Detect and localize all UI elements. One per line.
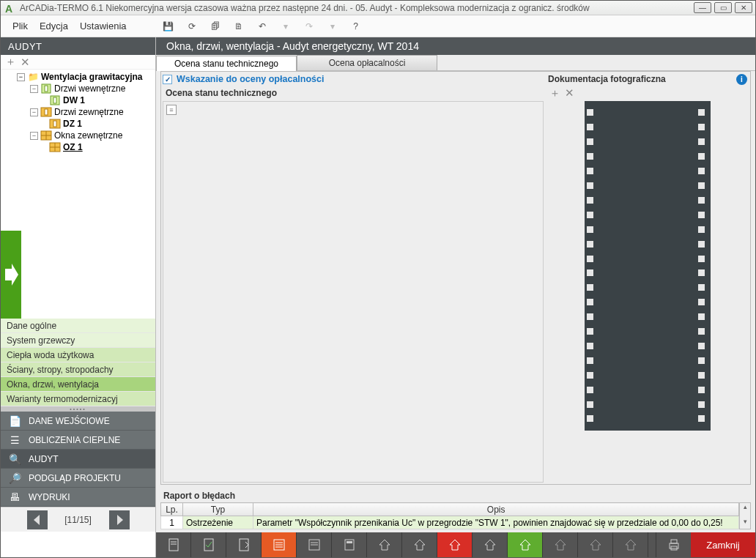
svg-rect-21 [240, 539, 248, 551]
save-icon[interactable]: 💾 [162, 21, 175, 31]
tree-collapse-icon[interactable]: − [17, 73, 25, 81]
preview-icon: 🔎 [8, 472, 21, 484]
copy-icon[interactable]: 🗐 [209, 21, 222, 31]
add-photo-icon[interactable]: ＋ [549, 86, 560, 100]
bb-doc1-icon[interactable] [156, 532, 191, 557]
splitter-handle[interactable]: ••••• [1, 406, 155, 412]
bb-print-icon[interactable] [656, 532, 691, 557]
next-page-button[interactable] [109, 510, 130, 529]
tree-group[interactable]: Drzwi wewnętrzne [54, 83, 125, 94]
tree-leaf[interactable]: DZ 1 [63, 119, 82, 129]
undo-menu-icon[interactable]: ▾ [279, 21, 292, 31]
tree-collapse-icon[interactable]: − [30, 108, 38, 116]
nav-input-data[interactable]: 📄DANE WEJŚCIOWE [1, 412, 155, 431]
bb-home6-icon[interactable] [613, 532, 648, 557]
folder-icon: 📁 [27, 72, 39, 82]
section-general[interactable]: Dane ogólne [1, 319, 155, 333]
content-tabs: Ocena stanu technicznego Ocena opłacalno… [156, 55, 755, 71]
col-desc[interactable]: Opis [253, 503, 739, 516]
bottom-toolbar: Zamknij [156, 532, 755, 557]
bb-home3-icon[interactable] [472, 532, 508, 557]
bb-doc2-icon[interactable] [191, 532, 226, 557]
error-report: Raport o błędach Lp. Typ Opis 1 Ostrzeże… [160, 489, 751, 529]
help-icon[interactable]: ? [349, 21, 363, 31]
nav-preview[interactable]: 🔎PODGLĄD PROJEKTU [1, 469, 155, 488]
prev-page-button[interactable] [27, 510, 48, 529]
technical-section-title: Ocena stanu technicznego [161, 86, 545, 100]
table-row[interactable]: 1 Ostrzeżenie Parametr "Współczynnik prz… [161, 516, 739, 529]
bb-home1-icon[interactable] [367, 532, 402, 557]
tab-technical[interactable]: Ocena stanu technicznego [156, 56, 297, 71]
close-app-button[interactable]: Zamknij [691, 532, 755, 557]
maximize-button[interactable]: ▭ [714, 2, 732, 13]
menu-bar: Plik Edycja Ustawienia 💾 ⟳ 🗐 🗎 ↶ ▾ ↷ ▾ ? [1, 15, 755, 37]
tree-collapse-icon[interactable]: − [30, 132, 38, 140]
close-button[interactable]: ✕ [735, 2, 752, 13]
content-header: Okna, drzwi, wentylacja - Audyt energety… [156, 37, 755, 55]
menu-edit[interactable]: Edycja [40, 21, 68, 31]
bb-list-orange-icon[interactable] [262, 532, 297, 557]
door-outer-icon [49, 119, 61, 129]
section-dhw[interactable]: Ciepła woda użytkowa [1, 348, 155, 362]
error-scrollbar[interactable]: ▴▾ [739, 502, 751, 529]
bb-list-icon[interactable] [297, 532, 332, 557]
remove-icon[interactable]: ✕ [21, 56, 30, 69]
bb-home-red-icon[interactable] [437, 532, 472, 557]
section-windows[interactable]: Okna, drzwi, wentylacja [1, 377, 155, 392]
tree-leaf[interactable]: DW 1 [63, 95, 85, 105]
page-indicator: [11/15] [56, 515, 100, 525]
nav-forward-indicator [1, 231, 21, 319]
bb-calc-icon[interactable] [332, 532, 367, 557]
sidebar-header: AUDYT [1, 37, 155, 55]
nav-thermal[interactable]: ☰OBLICZENIA CIEPLNE [1, 431, 155, 450]
bb-home2-icon[interactable] [402, 532, 437, 557]
section-variants[interactable]: Warianty termomodernizacyj [1, 392, 155, 406]
tree-group[interactable]: Okna zewnętrzne [54, 130, 122, 141]
list-icon: ☰ [8, 434, 21, 446]
bb-home-green-icon[interactable] [508, 532, 543, 557]
svg-marker-15 [34, 515, 40, 525]
svg-marker-37 [590, 540, 601, 550]
nav-audit[interactable]: 🔍AUDYT [1, 450, 155, 469]
info-icon[interactable]: i [736, 74, 747, 85]
col-lp[interactable]: Lp. [161, 503, 183, 516]
bb-home5-icon[interactable] [578, 532, 613, 557]
section-heating[interactable]: System grzewczy [1, 333, 155, 348]
tree-leaf-selected[interactable]: OZ 1 [63, 142, 83, 152]
bb-doc3-icon[interactable] [226, 532, 262, 557]
svg-rect-7 [53, 121, 56, 127]
doc-refresh-icon[interactable]: 🗎 [232, 21, 245, 31]
bb-home4-icon[interactable] [543, 532, 578, 557]
window-outer-icon [40, 130, 52, 141]
svg-marker-16 [117, 515, 123, 525]
menu-file[interactable]: Plik [12, 21, 28, 31]
window-title: ArCADia-TERMO 6.1 Niekomercyjna wersja c… [20, 3, 694, 13]
minimize-button[interactable]: — [694, 2, 711, 13]
profitability-label: Wskazanie do oceny opłacalności [177, 74, 324, 84]
col-type[interactable]: Typ [183, 503, 253, 516]
tree-root[interactable]: Wentylacja grawitacyjna [41, 72, 143, 82]
tab-profitability[interactable]: Ocena opłacalności [297, 55, 437, 70]
photo-panel: Dokumentacja fotograficzna i ＋ ✕ [545, 72, 750, 484]
tree-collapse-icon[interactable]: − [30, 85, 38, 93]
profitability-checkbox[interactable]: ✓ [163, 75, 172, 84]
menu-settings[interactable]: Ustawienia [80, 21, 127, 31]
door-inner-icon [49, 95, 61, 105]
photo-section-title: Dokumentacja fotograficzna [548, 74, 666, 84]
note-icon[interactable]: ≡ [166, 105, 177, 115]
redo-icon[interactable]: ↷ [303, 21, 316, 31]
technical-description-input[interactable]: ≡ [163, 101, 544, 483]
content-area: Okna, drzwi, wentylacja - Audyt energety… [156, 37, 755, 557]
section-walls[interactable]: Ściany, stropy, stropodachy [1, 362, 155, 377]
refresh-icon[interactable]: ⟳ [185, 21, 199, 31]
tree[interactable]: − 📁 Wentylacja grawitacyjna − Drzwi wewn… [1, 70, 155, 231]
printer-icon: 🖶 [8, 491, 21, 503]
add-icon[interactable]: ＋ [5, 55, 16, 69]
window-outer-icon [49, 142, 61, 152]
redo-menu-icon[interactable]: ▾ [326, 21, 339, 31]
remove-photo-icon[interactable]: ✕ [565, 86, 574, 100]
tree-group[interactable]: Drzwi zewnętrzne [54, 107, 124, 117]
undo-icon[interactable]: ↶ [256, 21, 269, 31]
svg-rect-20 [204, 539, 213, 551]
nav-printouts[interactable]: 🖶WYDRUKI [1, 488, 155, 507]
